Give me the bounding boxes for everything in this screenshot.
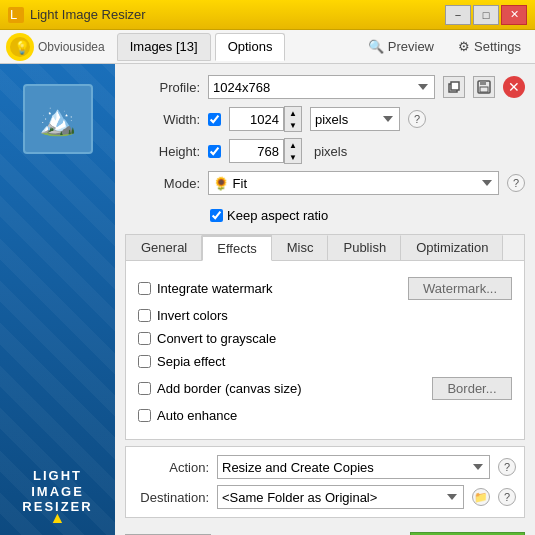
width-help-icon[interactable]: ? (408, 110, 426, 128)
profile-label: Profile: (125, 80, 200, 95)
tab-images[interactable]: Images [13] (117, 33, 211, 61)
main-content: 🏔️ LIGHT IMAGE RESIZER ▲ Profile: 1024x7… (0, 64, 535, 535)
watermark-checkbox[interactable] (138, 282, 151, 295)
grayscale-checkbox[interactable] (138, 332, 151, 345)
invert-checkbox[interactable] (138, 309, 151, 322)
enhance-label: Auto enhance (157, 408, 237, 423)
sidebar: 🏔️ LIGHT IMAGE RESIZER ▲ (0, 64, 115, 535)
height-label: Height: (125, 144, 200, 159)
profile-select[interactable]: 1024x768 (208, 75, 435, 99)
mode-help-icon[interactable]: ? (507, 174, 525, 192)
watermark-row: Integrate watermark Watermark... (138, 273, 512, 304)
border-label: Add border (canvas size) (157, 381, 302, 396)
logo-area: 💡 Obviousidea (6, 33, 105, 61)
sepia-row: Sepia effect (138, 350, 512, 373)
preview-button[interactable]: 🔍 Preview (360, 36, 442, 57)
enhance-row: Auto enhance (138, 404, 512, 427)
width-unit-select[interactable]: pixels (310, 107, 400, 131)
app-icon: L (8, 7, 24, 23)
grayscale-row: Convert to grayscale (138, 327, 512, 350)
tab-misc[interactable]: Misc (272, 235, 329, 260)
tab-effects[interactable]: Effects (202, 235, 272, 261)
tab-publish[interactable]: Publish (328, 235, 401, 260)
watermark-button[interactable]: Watermark... (408, 277, 512, 300)
width-spinbox: 1024 ▲ ▼ (229, 106, 302, 132)
width-spinners: ▲ ▼ (284, 106, 302, 132)
height-input[interactable]: 768 (229, 139, 284, 163)
enhance-checkbox[interactable] (138, 409, 151, 422)
window-controls: − □ ✕ (445, 5, 527, 25)
invert-label: Invert colors (157, 308, 228, 323)
svg-rect-8 (480, 87, 488, 92)
width-input[interactable]: 1024 (229, 107, 284, 131)
height-up-button[interactable]: ▲ (285, 139, 301, 151)
action-row: Action: Resize and Create Copies ? (134, 455, 516, 479)
aspect-checkbox-area: Keep aspect ratio (210, 208, 328, 223)
profile-copy-button[interactable] (443, 76, 465, 98)
action-label: Action: (134, 460, 209, 475)
svg-text:L: L (10, 7, 17, 22)
tabs-header: General Effects Misc Publish Optimizatio… (126, 235, 524, 261)
right-panel: Profile: 1024x768 ✕ Width: 1024 ▲ ▼ (115, 64, 535, 535)
width-row: Width: 1024 ▲ ▼ pixels ? (125, 106, 525, 132)
destination-row: Destination: <Same Folder as Original> 📁… (134, 485, 516, 509)
sepia-checkbox[interactable] (138, 355, 151, 368)
mode-label: Mode: (125, 176, 200, 191)
height-unit-label: pixels (314, 144, 347, 159)
width-up-button[interactable]: ▲ (285, 107, 301, 119)
height-checkbox[interactable] (208, 145, 221, 158)
tab-options[interactable]: Options (215, 33, 286, 61)
aspect-row: Keep aspect ratio (125, 202, 525, 228)
effects-content: Integrate watermark Watermark... Invert … (126, 261, 524, 439)
close-button[interactable]: ✕ (501, 5, 527, 25)
mode-row: Mode: 🌻 Fit ? (125, 170, 525, 196)
sidebar-arrow-icon[interactable]: ▲ (50, 509, 66, 527)
destination-label: Destination: (134, 490, 209, 505)
bottom-section: Action: Resize and Create Copies ? Desti… (125, 446, 525, 518)
profile-save-button[interactable] (473, 76, 495, 98)
height-spinners: ▲ ▼ (284, 138, 302, 164)
border-button[interactable]: Border... (432, 377, 512, 400)
destination-select[interactable]: <Same Folder as Original> (217, 485, 464, 509)
sepia-label: Sepia effect (157, 354, 225, 369)
menu-actions: 🔍 Preview ⚙ Settings (360, 36, 529, 57)
brand-name: Obviousidea (38, 40, 105, 54)
keep-aspect-label: Keep aspect ratio (227, 208, 328, 223)
minimize-button[interactable]: − (445, 5, 471, 25)
svg-rect-7 (480, 81, 486, 85)
destination-folder-icon[interactable]: 📁 (472, 488, 490, 506)
settings-icon: ⚙ (458, 39, 470, 54)
menu-bar: 💡 Obviousidea Images [13] Options 🔍 Prev… (0, 30, 535, 64)
profile-row: Profile: 1024x768 ✕ (125, 74, 525, 100)
mode-select[interactable]: 🌻 Fit (208, 171, 499, 195)
app-logo-icon: 💡 (6, 33, 34, 61)
width-label: Width: (125, 112, 200, 127)
footer-row: < Back ▶ Process (125, 524, 525, 535)
keep-aspect-checkbox[interactable] (210, 209, 223, 222)
maximize-button[interactable]: □ (473, 5, 499, 25)
height-row: Height: 768 ▲ ▼ pixels (125, 138, 525, 164)
sidebar-image-area: 🏔️ (23, 84, 93, 154)
tab-optimization[interactable]: Optimization (401, 235, 503, 260)
preview-icon: 🔍 (368, 39, 384, 54)
title-bar: L Light Image Resizer − □ ✕ (0, 0, 535, 30)
width-down-button[interactable]: ▼ (285, 119, 301, 131)
grayscale-label: Convert to grayscale (157, 331, 276, 346)
svg-rect-5 (451, 82, 459, 90)
height-spinbox: 768 ▲ ▼ (229, 138, 302, 164)
action-help-icon[interactable]: ? (498, 458, 516, 476)
invert-row: Invert colors (138, 304, 512, 327)
sidebar-logo: LIGHT IMAGE RESIZER (22, 468, 92, 515)
settings-button[interactable]: ⚙ Settings (450, 36, 529, 57)
action-select[interactable]: Resize and Create Copies (217, 455, 490, 479)
sidebar-thumbnail: 🏔️ (23, 84, 93, 154)
profile-delete-button[interactable]: ✕ (503, 76, 525, 98)
svg-text:💡: 💡 (14, 39, 31, 56)
tabs-panel: General Effects Misc Publish Optimizatio… (125, 234, 525, 440)
destination-help-icon[interactable]: ? (498, 488, 516, 506)
height-down-button[interactable]: ▼ (285, 151, 301, 163)
tab-general[interactable]: General (126, 235, 202, 260)
border-row: Add border (canvas size) Border... (138, 373, 512, 404)
border-checkbox[interactable] (138, 382, 151, 395)
width-checkbox[interactable] (208, 113, 221, 126)
